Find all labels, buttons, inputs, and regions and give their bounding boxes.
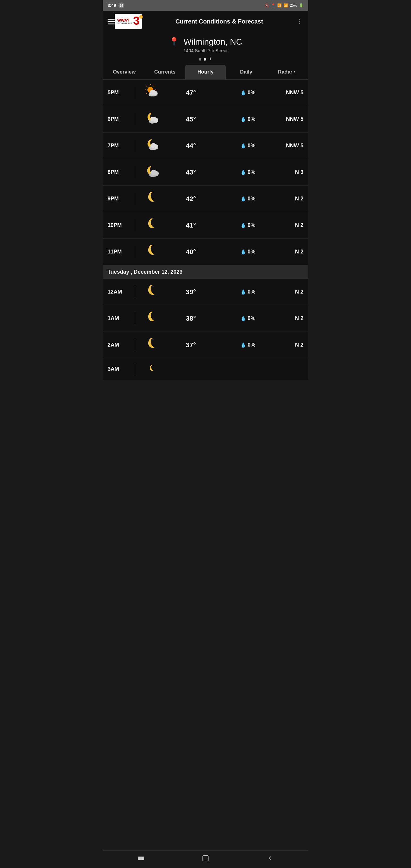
time-divider <box>135 339 135 351</box>
hourly-row: 10PM 41° 💧 0% N 2 <box>103 212 308 239</box>
wind-speed: N 3 <box>276 169 304 176</box>
page-dot-1[interactable] <box>199 58 201 61</box>
logo-name: WWAY <box>117 19 132 22</box>
temperature: 38° <box>162 315 219 322</box>
weather-icon-moon <box>141 310 162 327</box>
hourly-list: 5PM 47° 💧 <box>103 80 308 265</box>
late-night-list: 12AM 39° 💧 0% N 2 1AM 38° 💧 0% <box>103 279 308 380</box>
hour-label: 5PM <box>107 90 119 96</box>
rain-drop-icon: 💧 <box>240 90 246 96</box>
logo-number: 3 <box>133 14 143 29</box>
time-divider <box>135 113 135 125</box>
tab-hourly[interactable]: Hourly <box>185 65 226 79</box>
rain-drop-icon: 💧 <box>240 289 246 295</box>
location-address: 1404 South 7th Street <box>107 48 304 53</box>
tab-overview[interactable]: Overview <box>104 65 145 79</box>
weather-icon-moon <box>141 363 162 375</box>
wind-speed: N 2 <box>276 222 304 228</box>
page-dots: + <box>107 56 304 62</box>
wind-speed: NNW 5 <box>276 90 304 96</box>
hour-label: 6PM <box>107 116 119 122</box>
hourly-row: 2AM 37° 💧 0% N 2 <box>103 332 308 358</box>
precipitation: 💧 0% <box>219 169 276 176</box>
weather-icon-moon <box>141 243 162 261</box>
weather-icon-moon <box>141 283 162 301</box>
location-section: 📍 Wilmington, NC 1404 South 7th Street + <box>103 32 308 65</box>
add-location-button[interactable]: + <box>209 56 213 62</box>
svg-line-7 <box>147 86 147 87</box>
status-icons: 🔇 📍 📶 📶 25% 🔋 <box>264 3 304 7</box>
app-header: WWAY STORMTRACK 3 Current Conditions & F… <box>103 11 308 32</box>
wind-speed: N 2 <box>276 342 304 348</box>
rain-drop-icon: 💧 <box>240 222 246 228</box>
wind-speed: NNW 5 <box>276 116 304 122</box>
rain-drop-icon: 💧 <box>240 196 246 202</box>
time-divider <box>135 286 135 298</box>
rain-drop-icon: 💧 <box>240 169 246 175</box>
tab-daily[interactable]: Daily <box>226 65 266 79</box>
weather-icon-partly-cloudy-day <box>141 84 162 101</box>
temperature: 39° <box>162 288 219 296</box>
svg-point-26 <box>150 170 157 175</box>
header-title: Current Conditions & Forecast <box>142 18 296 25</box>
app-logo: WWAY STORMTRACK 3 <box>115 14 142 29</box>
hour-label: 9PM <box>107 195 119 202</box>
temperature: 47° <box>162 89 219 97</box>
location-pin-icon: 📍 <box>169 37 179 46</box>
time-divider <box>135 193 135 205</box>
rain-drop-icon: 💧 <box>240 342 246 348</box>
navigation-tabs: Overview Currents Hourly Daily Radar › <box>103 65 308 80</box>
temperature: 37° <box>162 341 219 349</box>
wind-speed: N 2 <box>276 289 304 295</box>
time-divider <box>135 363 135 375</box>
precipitation: 💧 0% <box>219 143 276 149</box>
temperature: 43° <box>162 168 219 176</box>
hourly-row: 12AM 39° 💧 0% N 2 <box>103 279 308 305</box>
tab-currents[interactable]: Currents <box>145 65 185 79</box>
hourly-row: 5PM 47° 💧 <box>103 80 308 106</box>
weather-icon-moon-cloudy <box>141 163 162 181</box>
wifi-icon: 📶 <box>277 3 282 7</box>
location-city: Wilmington, NC <box>184 37 242 46</box>
hour-label: 8PM <box>107 169 119 176</box>
precipitation: 💧 0% <box>219 342 276 348</box>
hour-label: 3AM <box>107 366 119 372</box>
hamburger-menu[interactable] <box>107 19 115 24</box>
hourly-row: 3AM <box>103 358 308 380</box>
signal-icon: 📶 <box>284 3 288 7</box>
temperature: 44° <box>162 142 219 150</box>
status-time: 3:49 <box>107 3 116 8</box>
tab-radar[interactable]: Radar › <box>266 65 307 79</box>
precipitation: 💧 0% <box>219 315 276 321</box>
svg-line-10 <box>147 93 147 94</box>
time-divider <box>135 313 135 324</box>
hour-label: 7PM <box>107 143 119 149</box>
temperature: 40° <box>162 248 219 256</box>
time-divider <box>135 246 135 258</box>
precipitation: 💧 0% <box>219 90 276 96</box>
location-status-icon: 📍 <box>271 3 276 7</box>
hourly-row: 9PM 42° 💧 0% N 2 <box>103 186 308 212</box>
page-dot-2[interactable] <box>204 58 206 61</box>
rain-drop-icon: 💧 <box>240 249 246 255</box>
wind-speed: N 2 <box>276 315 304 321</box>
precipitation: 💧 0% <box>219 222 276 228</box>
precipitation: 💧 0% <box>219 249 276 255</box>
precipitation: 💧 0% <box>219 195 276 202</box>
wind-speed: NNW 5 <box>276 143 304 149</box>
svg-point-22 <box>150 143 156 148</box>
wind-speed: N 2 <box>276 195 304 202</box>
logo-sub: STORMTRACK <box>117 22 132 24</box>
precipitation: 💧 0% <box>219 289 276 295</box>
hour-label: 11PM <box>107 249 122 255</box>
weather-icon-moon <box>141 216 162 234</box>
svg-line-9 <box>154 86 154 87</box>
hour-label: 2AM <box>107 342 119 348</box>
notification-badge: 24 <box>119 2 124 8</box>
weather-icon-moon-cloudy <box>141 137 162 155</box>
mute-icon: 🔇 <box>264 3 269 7</box>
svg-text:3: 3 <box>133 14 139 27</box>
overflow-menu-button[interactable]: ⋮ <box>296 18 304 25</box>
time-divider <box>135 219 135 231</box>
temperature: 45° <box>162 116 219 123</box>
